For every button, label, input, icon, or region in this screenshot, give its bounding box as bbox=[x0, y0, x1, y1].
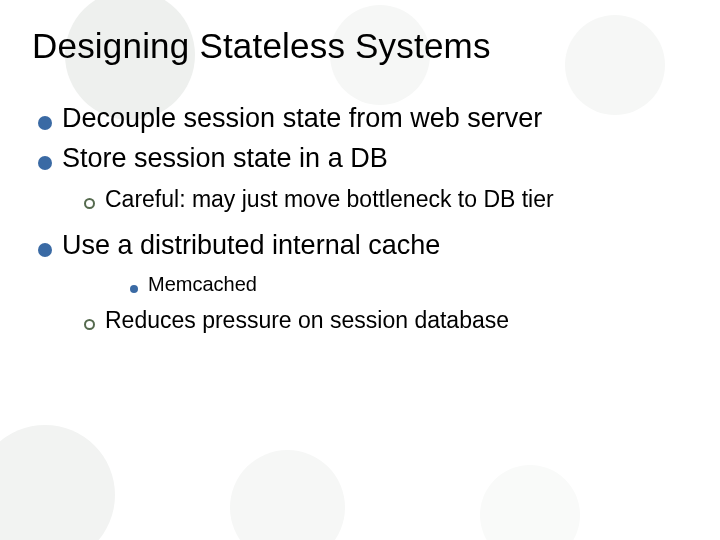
disc-icon bbox=[38, 116, 52, 130]
bullet-level1: Use a distributed internal cache bbox=[38, 227, 688, 263]
bullet-level3: Memcached bbox=[130, 270, 688, 298]
slide-title: Designing Stateless Systems bbox=[32, 26, 688, 66]
bullet-text: Careful: may just move bottleneck to DB … bbox=[105, 183, 554, 215]
bullet-text: Use a distributed internal cache bbox=[62, 227, 440, 263]
bullet-level1: Decouple session state from web server bbox=[38, 100, 688, 136]
ring-icon bbox=[84, 319, 95, 330]
disc-icon bbox=[38, 243, 52, 257]
bullet-text: Reduces pressure on session database bbox=[105, 304, 509, 336]
bullet-level2: Reduces pressure on session database bbox=[84, 304, 688, 336]
bullet-text: Decouple session state from web server bbox=[62, 100, 542, 136]
slide: Designing Stateless Systems Decouple ses… bbox=[0, 0, 720, 336]
bullet-text: Memcached bbox=[148, 270, 257, 298]
disc-icon bbox=[130, 285, 138, 293]
bullet-level1: Store session state in a DB bbox=[38, 140, 688, 176]
bullet-level2: Careful: may just move bottleneck to DB … bbox=[84, 183, 688, 215]
bullet-text: Store session state in a DB bbox=[62, 140, 388, 176]
ring-icon bbox=[84, 198, 95, 209]
disc-icon bbox=[38, 156, 52, 170]
